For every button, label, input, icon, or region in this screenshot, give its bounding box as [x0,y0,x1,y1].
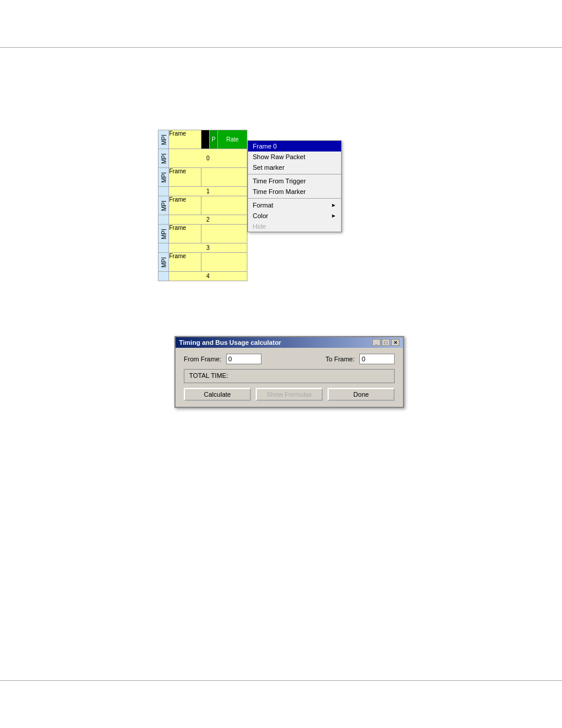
frame-number-4[interactable]: 4 [169,272,247,281]
menu-item-set-marker[interactable]: Set marker [248,162,341,173]
mpi-cell-0: MPI [158,149,169,168]
close-button[interactable]: ✕ [391,339,399,346]
to-frame-input[interactable] [359,354,395,364]
menu-separator-1 [248,174,341,174]
frame-label-1: Frame [169,168,201,187]
menu-item-hide: Hide [248,221,341,232]
frame-header: Frame [169,130,201,149]
context-menu-area: MPI Frame P Rate MPI 0 MPI Frame 1 [158,130,342,281]
to-frame-label: To Frame: [325,355,355,363]
mpi-cell-4b [158,272,169,281]
total-time-box: TOTAL TIME: [184,369,395,383]
show-formulas-button[interactable]: Show Formulas [256,388,323,401]
frame-number-2[interactable]: 2 [169,215,247,225]
mpi-header: MPI [158,130,169,149]
frame-number-1[interactable]: 1 [169,187,247,196]
frame-table: MPI Frame P Rate MPI 0 MPI Frame 1 [158,130,247,281]
frame-number-3[interactable]: 3 [169,243,247,253]
done-button[interactable]: Done [328,388,395,401]
mpi-cell-3b [158,243,169,253]
calculate-button[interactable]: Calculate [184,388,251,401]
dialog-titlebar: Timing and Bus Usage calculator _ □ ✕ [176,337,403,348]
menu-separator-2 [248,198,341,199]
menu-item-time-from-marker[interactable]: Time From Marker [248,186,341,197]
black-header-cell [201,130,210,149]
menu-item-color[interactable]: Color ► [248,210,341,221]
format-arrow-icon: ► [331,202,336,208]
color-arrow-icon: ► [331,213,336,219]
frame-label-3: Frame [169,225,201,243]
context-menu-title: Frame 0 [248,141,341,151]
menu-item-show-raw-packet[interactable]: Show Raw Packet [248,151,341,162]
mpi-cell-1: MPI [158,168,169,187]
menu-item-time-from-trigger[interactable]: Time From Trigger [248,176,341,186]
mpi-cell-4: MPI [158,253,169,272]
p-header-cell: P [210,130,218,149]
mpi-cell-1b [158,187,169,196]
calculator-dialog: Timing and Bus Usage calculator _ □ ✕ Fr… [174,336,404,408]
mpi-cell-3: MPI [158,225,169,243]
bottom-rule [0,680,562,681]
rate-header-cell: Rate [218,130,247,149]
mpi-cell-2: MPI [158,196,169,215]
dialog-buttons: Calculate Show Formulas Done [184,388,395,401]
from-frame-row: From Frame: To Frame: [184,354,395,364]
frame-number-0[interactable]: 0 [169,149,247,168]
restore-button[interactable]: □ [382,339,390,346]
mpi-cell-2b [158,215,169,225]
dialog-body: From Frame: To Frame: TOTAL TIME: Calcul… [176,348,403,407]
top-rule [0,47,562,48]
frame-label-4: Frame [169,253,201,272]
context-menu: Frame 0 Show Raw Packet Set marker Time … [247,140,342,232]
from-frame-input[interactable] [226,354,262,364]
frame-label-2: Frame [169,196,201,215]
minimize-button[interactable]: _ [372,339,381,346]
dialog-title-buttons: _ □ ✕ [372,339,399,346]
menu-item-format[interactable]: Format ► [248,200,341,210]
dialog-title: Timing and Bus Usage calculator [179,339,281,346]
from-frame-label: From Frame: [184,355,222,363]
